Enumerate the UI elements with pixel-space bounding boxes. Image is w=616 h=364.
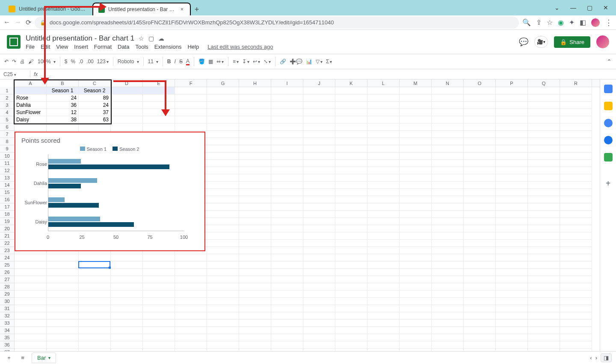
cell[interactable] bbox=[367, 254, 400, 261]
cell[interactable] bbox=[432, 131, 464, 138]
cell[interactable] bbox=[239, 232, 271, 240]
cell[interactable] bbox=[432, 196, 464, 203]
cell[interactable] bbox=[79, 261, 111, 269]
cell[interactable] bbox=[335, 291, 367, 298]
cell[interactable] bbox=[239, 276, 271, 283]
cell[interactable] bbox=[79, 341, 111, 349]
cell[interactable] bbox=[335, 182, 367, 189]
row-header[interactable]: 4 bbox=[0, 109, 14, 116]
cell[interactable] bbox=[432, 211, 464, 218]
cell[interactable] bbox=[528, 145, 560, 153]
menu-insert[interactable]: Insert bbox=[74, 44, 88, 50]
cell[interactable] bbox=[271, 123, 303, 131]
cell[interactable] bbox=[528, 138, 560, 145]
text-color-icon[interactable]: A bbox=[186, 58, 190, 65]
row-header[interactable]: 34 bbox=[0, 327, 14, 334]
cell[interactable] bbox=[207, 240, 239, 247]
cell[interactable] bbox=[335, 174, 367, 182]
cell[interactable] bbox=[15, 87, 47, 94]
cell[interactable] bbox=[528, 240, 560, 247]
cell[interactable] bbox=[271, 189, 303, 196]
cell[interactable] bbox=[400, 283, 432, 291]
cell[interactable] bbox=[400, 174, 432, 182]
cell[interactable] bbox=[79, 298, 111, 305]
cell[interactable]: 89 bbox=[79, 94, 111, 102]
cell[interactable] bbox=[464, 225, 496, 232]
window-close-icon[interactable]: ✕ bbox=[601, 4, 610, 11]
cell[interactable] bbox=[111, 123, 143, 131]
cell[interactable]: Dahlia bbox=[15, 102, 47, 109]
row-header[interactable]: 18 bbox=[0, 211, 14, 218]
star-icon[interactable]: ☆ bbox=[139, 35, 144, 42]
insert-chart-icon[interactable]: 📊 bbox=[306, 59, 312, 65]
cell[interactable] bbox=[335, 211, 367, 218]
cell[interactable] bbox=[335, 189, 367, 196]
cell[interactable] bbox=[528, 203, 560, 211]
cell[interactable] bbox=[464, 247, 496, 254]
cell[interactable] bbox=[432, 276, 464, 283]
cell[interactable] bbox=[207, 320, 239, 327]
cell[interactable] bbox=[400, 203, 432, 211]
cell[interactable] bbox=[111, 116, 143, 123]
cell[interactable] bbox=[303, 174, 335, 182]
cell[interactable] bbox=[303, 116, 335, 123]
row-header[interactable]: 13 bbox=[0, 174, 14, 182]
cell[interactable] bbox=[175, 320, 207, 327]
cell[interactable] bbox=[79, 305, 111, 312]
cell[interactable] bbox=[207, 298, 239, 305]
cell[interactable] bbox=[367, 102, 400, 109]
cell[interactable] bbox=[303, 320, 335, 327]
cell[interactable] bbox=[175, 327, 207, 334]
row-header[interactable]: 21 bbox=[0, 232, 14, 240]
cell[interactable] bbox=[15, 320, 47, 327]
cell[interactable] bbox=[400, 160, 432, 167]
cell[interactable] bbox=[335, 138, 367, 145]
cell[interactable] bbox=[15, 305, 47, 312]
calendar-icon[interactable] bbox=[604, 85, 613, 93]
cell[interactable] bbox=[303, 109, 335, 116]
document-title[interactable]: Untitled presentation - Bar chart 1 bbox=[26, 34, 134, 43]
cell[interactable] bbox=[464, 218, 496, 225]
cell[interactable] bbox=[528, 254, 560, 261]
cell[interactable] bbox=[239, 138, 271, 145]
cell[interactable] bbox=[432, 334, 464, 341]
cell[interactable] bbox=[367, 196, 400, 203]
cell[interactable] bbox=[47, 298, 79, 305]
cell[interactable] bbox=[271, 174, 303, 182]
cell[interactable] bbox=[143, 102, 175, 109]
cell[interactable] bbox=[271, 254, 303, 261]
row-header[interactable]: 15 bbox=[0, 189, 14, 196]
cell[interactable] bbox=[560, 109, 592, 116]
cell[interactable] bbox=[528, 174, 560, 182]
cell[interactable] bbox=[239, 189, 271, 196]
cell[interactable] bbox=[496, 312, 528, 320]
cell[interactable] bbox=[560, 160, 592, 167]
cell[interactable] bbox=[207, 327, 239, 334]
cell[interactable] bbox=[367, 138, 400, 145]
cell[interactable] bbox=[303, 131, 335, 138]
cell[interactable] bbox=[464, 211, 496, 218]
cell[interactable] bbox=[79, 291, 111, 298]
cell[interactable] bbox=[464, 145, 496, 153]
column-header[interactable]: P bbox=[496, 79, 528, 87]
cell[interactable] bbox=[528, 232, 560, 240]
menu-format[interactable]: Format bbox=[94, 44, 112, 50]
menu-data[interactable]: Data bbox=[118, 44, 129, 50]
undo-icon[interactable]: ↶ bbox=[4, 59, 9, 65]
cell[interactable] bbox=[271, 138, 303, 145]
cell[interactable] bbox=[47, 327, 79, 334]
cell[interactable]: Season 1 bbox=[47, 87, 79, 94]
cell[interactable] bbox=[400, 232, 432, 240]
zoom-select[interactable]: 100% bbox=[38, 59, 56, 65]
cell[interactable] bbox=[528, 116, 560, 123]
cell[interactable] bbox=[432, 305, 464, 312]
cell[interactable] bbox=[111, 341, 143, 349]
row-header[interactable]: 20 bbox=[0, 225, 14, 232]
comments-icon[interactable]: 💬 bbox=[519, 37, 528, 47]
cell[interactable] bbox=[303, 182, 335, 189]
number-format-select[interactable]: 123 bbox=[97, 59, 109, 65]
cell[interactable] bbox=[560, 167, 592, 174]
font-family-select[interactable]: Roboto bbox=[118, 59, 139, 65]
cell[interactable] bbox=[207, 291, 239, 298]
cell[interactable] bbox=[367, 189, 400, 196]
